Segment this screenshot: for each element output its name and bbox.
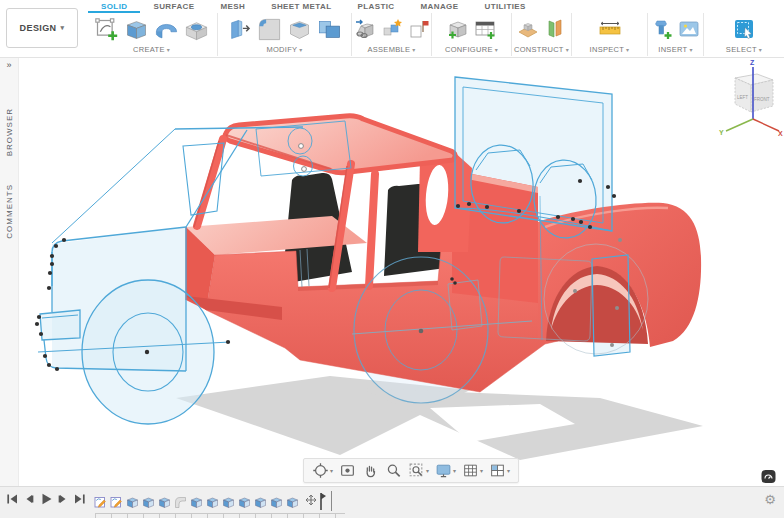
hole-icon[interactable] xyxy=(183,16,210,43)
comments-panel-tab[interactable]: COMMENTS xyxy=(5,184,14,239)
viewcube-face-front: FRONT xyxy=(754,97,770,102)
new-component-icon[interactable] xyxy=(353,17,377,41)
design-menu-button[interactable]: DESIGN xyxy=(6,8,78,48)
timeline-ruler[interactable] xyxy=(95,513,345,518)
go-to-end-button[interactable] xyxy=(72,491,88,507)
timeline-bar: ⚙ xyxy=(0,486,784,518)
insert-image-icon[interactable] xyxy=(677,17,701,41)
toolbar-group-modify: MODIFY xyxy=(218,13,352,56)
timeline-feature-sketch[interactable] xyxy=(94,495,107,508)
revolve-icon[interactable] xyxy=(153,16,180,43)
timeline-feature-extrude[interactable] xyxy=(238,495,251,508)
tab-manage[interactable]: MANAGE xyxy=(408,0,472,13)
configuration-table-icon[interactable] xyxy=(473,17,497,41)
group-label-configure[interactable]: CONFIGURE xyxy=(445,45,498,54)
toolbar-group-insert: INSERT xyxy=(648,13,704,56)
measure-icon[interactable] xyxy=(598,17,622,41)
timeline-feature-extrude[interactable] xyxy=(190,495,203,508)
axis-x-label: X xyxy=(778,130,783,137)
ribbon-toolbar: DESIGN SOLIDSURFACEMESHSHEET METALPLASTI… xyxy=(0,0,784,58)
group-label-inspect[interactable]: INSPECT xyxy=(590,45,630,54)
grid-settings-icon[interactable]: ▾ xyxy=(459,462,486,479)
tab-utilities[interactable]: UTILITIES xyxy=(471,0,538,13)
view-cube[interactable]: LEFT FRONT Z Y X xyxy=(719,59,783,137)
timeline-end-line xyxy=(331,491,332,511)
fit-icon[interactable]: ▾ xyxy=(405,462,432,479)
timeline-playback-controls xyxy=(4,491,88,507)
group-label-select[interactable]: SELECT xyxy=(726,45,762,54)
configuration-icon[interactable] xyxy=(446,17,470,41)
viewcube-face-left: LEFT xyxy=(737,95,748,100)
joint-origin-icon[interactable] xyxy=(407,17,431,41)
toolbar-group-create: CREATE xyxy=(86,13,218,56)
timeline-position-marker[interactable] xyxy=(305,491,327,511)
combine-icon[interactable] xyxy=(316,16,343,43)
insert-fastener-icon[interactable] xyxy=(650,17,674,41)
toolbar-group-construct: CONSTRUCT xyxy=(512,13,572,56)
timeline-feature-extrude[interactable] xyxy=(126,495,139,508)
chevron-down-icon[interactable]: ▾ xyxy=(480,467,483,474)
tab-mesh[interactable]: MESH xyxy=(207,0,258,13)
tab-sheet-metal[interactable]: SHEET METAL xyxy=(258,0,344,13)
timeline-feature-extrude[interactable] xyxy=(158,495,171,508)
chevron-down-icon[interactable]: ▾ xyxy=(507,467,510,474)
group-label-create[interactable]: CREATE xyxy=(133,45,170,54)
group-label-construct[interactable]: CONSTRUCT xyxy=(514,45,569,54)
fusion360-window: { "app": { "design_label": "DESIGN", "ta… xyxy=(0,0,784,518)
step-forward-button[interactable] xyxy=(55,491,71,507)
timeline-feature-extrude[interactable] xyxy=(254,495,267,508)
toolbar-group-assemble: ASSEMBLE xyxy=(352,13,432,56)
play-button[interactable] xyxy=(38,491,54,507)
display-settings-icon[interactable]: ▾ xyxy=(432,462,459,479)
timeline-feature-extrude[interactable] xyxy=(142,495,155,508)
ribbon-groups: CREATEMODIFYASSEMBLECONFIGURECONSTRUCTIN… xyxy=(86,13,784,56)
viewports-icon[interactable]: ▾ xyxy=(486,462,513,479)
create-sketch-icon[interactable] xyxy=(93,16,120,43)
chevron-down-icon[interactable]: ▾ xyxy=(426,467,429,474)
group-label-insert[interactable]: INSERT xyxy=(658,45,692,54)
step-back-button[interactable] xyxy=(21,491,37,507)
fillet-icon[interactable] xyxy=(256,16,283,43)
expand-panel-icon[interactable]: » xyxy=(6,61,11,70)
chevron-down-icon[interactable]: ▾ xyxy=(453,467,456,474)
timeline-feature-sketch[interactable] xyxy=(110,495,123,508)
tab-solid[interactable]: SOLID xyxy=(88,0,140,13)
construction-plane-icon[interactable] xyxy=(516,17,540,41)
browser-panel-tab[interactable]: BROWSER xyxy=(5,108,14,156)
timeline-feature-extrude[interactable] xyxy=(270,495,283,508)
timeline-feature-extrude[interactable] xyxy=(286,495,299,508)
ribbon-tabs: SOLIDSURFACEMESHSHEET METALPLASTICMANAGE… xyxy=(88,0,539,13)
viewport-canvas[interactable]: LEFT FRONT Z Y X xyxy=(18,57,784,486)
timeline-features xyxy=(94,491,332,511)
timeline-feature-extrude[interactable] xyxy=(222,495,235,508)
timeline-feature-extrude[interactable] xyxy=(206,495,219,508)
pan-icon[interactable] xyxy=(359,462,382,479)
toolbar-group-select: SELECT xyxy=(704,13,784,56)
axis-y-label: Y xyxy=(719,129,724,136)
extrude-icon[interactable] xyxy=(123,16,150,43)
group-label-assemble[interactable]: ASSEMBLE xyxy=(367,45,415,54)
look-at-icon[interactable] xyxy=(336,462,359,479)
view-navigation-bar: ▾▾▾▾▾ xyxy=(303,458,519,483)
group-label-modify[interactable]: MODIFY xyxy=(266,45,302,54)
toolbar-group-configure: CONFIGURE xyxy=(432,13,512,56)
press-pull-icon[interactable] xyxy=(226,16,253,43)
orbit-icon[interactable]: ▾ xyxy=(309,462,336,479)
tab-surface[interactable]: SURFACE xyxy=(140,0,207,13)
assistant-icon[interactable] xyxy=(761,469,776,484)
axis-z-label: Z xyxy=(750,59,755,66)
go-to-start-button[interactable] xyxy=(4,491,20,507)
left-rail: » BROWSER COMMENTS xyxy=(0,57,19,486)
joint-icon[interactable] xyxy=(380,17,404,41)
timeline-settings-gear-icon[interactable]: ⚙ xyxy=(764,493,776,506)
select-icon[interactable] xyxy=(732,17,756,41)
chevron-down-icon[interactable]: ▾ xyxy=(330,467,333,474)
toolbar-group-inspect: INSPECT xyxy=(572,13,648,56)
plane-at-angle-icon[interactable] xyxy=(543,17,567,41)
timeline-feature-fillet[interactable] xyxy=(174,495,187,508)
shell-icon[interactable] xyxy=(286,16,313,43)
tab-plastic[interactable]: PLASTIC xyxy=(344,0,407,13)
zoom-icon[interactable] xyxy=(382,462,405,479)
